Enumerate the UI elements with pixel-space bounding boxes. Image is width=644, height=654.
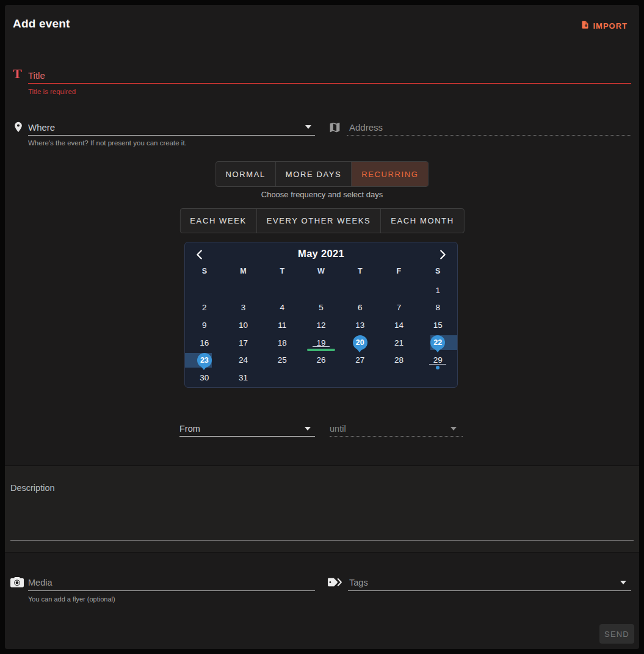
description-textarea[interactable]	[10, 495, 633, 537]
next-month-button[interactable]	[435, 248, 450, 263]
address-input[interactable]: Address	[349, 122, 383, 133]
calendar-day-12[interactable]: 12	[302, 316, 341, 334]
from-underline	[179, 436, 315, 437]
description-label: Description	[10, 483, 55, 493]
calendar-grid: 1234567891011121314151617181920212223242…	[185, 282, 457, 387]
day-number: 18	[278, 338, 287, 347]
day-number: 30	[200, 373, 209, 382]
calendar-day-empty	[302, 369, 341, 387]
tags-select[interactable]: Tags	[349, 578, 368, 587]
until-time-select[interactable]: until	[330, 424, 346, 434]
day-number: 2	[202, 303, 207, 312]
calendar-day-23[interactable]: 23	[185, 351, 224, 369]
import-label: IMPORT	[593, 21, 628, 31]
calendar-day-6[interactable]: 6	[341, 299, 380, 317]
send-button[interactable]: SEND	[599, 624, 634, 644]
calendar-month-title: May 2021	[185, 248, 457, 260]
calendar-day-26[interactable]: 26	[302, 351, 341, 369]
calendar-day-20[interactable]: 20	[341, 334, 380, 352]
calendar-day-30[interactable]: 30	[185, 369, 224, 387]
calendar-day-empty	[380, 369, 419, 387]
calendar-day-13[interactable]: 13	[341, 316, 380, 334]
where-underline	[28, 135, 315, 136]
mode-tab-normal[interactable]: NORMAL	[216, 162, 276, 186]
calendar-day-7[interactable]: 7	[380, 299, 419, 317]
title-underline	[28, 83, 631, 84]
frequency-option-every-other-weeks[interactable]: EVERY OTHER WEEKS	[257, 209, 381, 233]
where-select[interactable]: Where	[28, 122, 55, 133]
calendar-day-11[interactable]: 11	[262, 316, 302, 334]
calendar-weekday-0: S	[185, 267, 224, 275]
calendar-day-empty	[341, 282, 380, 299]
frequency-option-each-week[interactable]: EACH WEEK	[180, 209, 256, 233]
tags-underline	[348, 590, 631, 591]
calendar-day-15[interactable]: 15	[418, 316, 457, 334]
calendar-day-4[interactable]: 4	[262, 299, 302, 317]
where-helper-text: Where's the event? If not present you ca…	[28, 139, 187, 147]
day-number: 12	[316, 321, 325, 330]
day-number: 3	[241, 303, 246, 312]
day-number: 10	[239, 321, 248, 330]
day-number: 1	[435, 286, 440, 295]
page-title: Add event	[13, 17, 70, 31]
calendar-day-24[interactable]: 24	[224, 351, 263, 369]
calendar-weekday-4: T	[341, 267, 380, 275]
day-number: 4	[280, 303, 285, 312]
day-number: 9	[202, 321, 207, 330]
day-number: 15	[433, 321, 443, 330]
calendar-weekday-row: SMTWTFS	[185, 267, 457, 275]
day-number: 14	[394, 321, 403, 330]
calendar-day-29[interactable]: 29	[418, 351, 457, 369]
calendar-day-8[interactable]: 8	[418, 299, 457, 317]
day-number: 31	[239, 373, 248, 382]
address-underline	[347, 135, 631, 136]
calendar-day-5[interactable]: 5	[302, 299, 341, 317]
calendar-day-28[interactable]: 28	[380, 351, 419, 369]
day-number: 23	[200, 356, 209, 365]
day-number: 19	[316, 338, 325, 347]
calendar-day-16[interactable]: 16	[185, 334, 224, 352]
calendar-day-19[interactable]: 19	[302, 334, 341, 352]
calendar-day-1[interactable]: 1	[418, 282, 457, 299]
import-button[interactable]: IMPORT	[577, 18, 631, 33]
description-underline	[10, 540, 634, 540]
calendar-day-14[interactable]: 14	[380, 316, 419, 334]
mode-tab-more-days[interactable]: MORE DAYS	[276, 162, 352, 186]
from-dropdown-arrow-icon[interactable]	[305, 427, 311, 431]
chevron-right-icon	[436, 248, 449, 263]
from-time-select[interactable]: From	[179, 424, 200, 434]
where-dropdown-arrow-icon[interactable]	[305, 125, 311, 129]
calendar-day-2[interactable]: 2	[185, 299, 224, 317]
calendar-day-empty	[185, 282, 224, 299]
tags-dropdown-arrow-icon[interactable]	[620, 581, 626, 584]
calendar-day-21[interactable]: 21	[380, 334, 419, 352]
day-number: 5	[319, 303, 324, 312]
calendar-day-22[interactable]: 22	[418, 334, 457, 352]
calendar-weekday-1: M	[224, 267, 263, 275]
calendar-week-row: 3031	[185, 369, 457, 387]
calendar-week-row: 23242526272829	[185, 351, 457, 369]
day-number: 28	[394, 355, 403, 365]
until-dropdown-arrow-icon	[450, 427, 457, 431]
title-input[interactable]: Title	[28, 70, 45, 81]
media-underline	[28, 590, 315, 591]
media-input[interactable]: Media	[28, 578, 52, 587]
mode-tab-recurring[interactable]: RECURRING	[352, 162, 428, 186]
calendar-weekday-2: T	[262, 267, 302, 275]
calendar-week-row: 1	[185, 282, 457, 299]
calendar-day-18[interactable]: 18	[262, 334, 302, 352]
calendar-day-31[interactable]: 31	[224, 369, 263, 387]
calendar-day-empty	[302, 282, 341, 299]
frequency-caption: Choose frequency and select days	[0, 190, 644, 199]
calendar-day-3[interactable]: 3	[224, 299, 263, 317]
map-icon	[328, 121, 341, 136]
calendar-week-row: 16171819202122	[185, 334, 457, 352]
calendar-day-17[interactable]: 17	[224, 334, 263, 352]
frequency-option-each-month[interactable]: EACH MONTH	[381, 209, 463, 233]
calendar-day-25[interactable]: 25	[262, 351, 302, 369]
calendar-day-27[interactable]: 27	[341, 351, 380, 369]
calendar-day-9[interactable]: 9	[185, 316, 224, 334]
day-number: 29	[433, 355, 443, 365]
day-number: 8	[435, 303, 440, 312]
calendar-day-10[interactable]: 10	[224, 316, 263, 334]
